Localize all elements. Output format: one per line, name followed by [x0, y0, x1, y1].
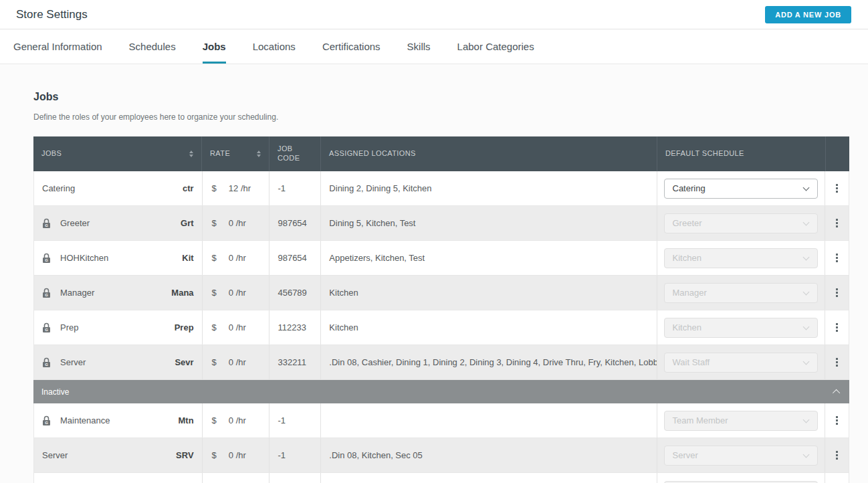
column-header-job-code: JOB CODE: [269, 136, 321, 171]
job-abbr: Mana: [171, 288, 193, 298]
chevron-down-icon: [803, 288, 810, 295]
assigned-locations: Dining 2, Dining 5, Kitchen: [321, 171, 657, 205]
column-header-jobs[interactable]: JOBS: [33, 136, 202, 171]
job-abbr: Mtn: [178, 415, 193, 425]
chevron-down-icon: [803, 358, 810, 365]
job-abbr: Prep: [175, 322, 194, 332]
table-row-partial: [33, 473, 849, 483]
default-schedule-dropdown: Manager: [664, 283, 819, 303]
lock-icon: G: [42, 288, 51, 298]
rate-value: 0 /hr: [229, 288, 246, 298]
job-code: -1: [269, 403, 321, 438]
job-name: Prep: [60, 322, 78, 332]
rate-currency: $: [211, 183, 217, 193]
default-schedule-dropdown: Kitchen: [664, 318, 819, 338]
row-menu-kebab-icon[interactable]: [833, 448, 841, 462]
tab-labor-categories[interactable]: Labor Categories: [457, 29, 534, 64]
tab-certifications[interactable]: Certifications: [322, 29, 381, 64]
table-row: G Greeter Grt $0 /hr 987654 Dining 5, Ki…: [33, 206, 849, 241]
table-row: G HOHKitchen Kit $0 /hr 987654 Appetizer…: [33, 241, 849, 276]
jobs-section-title: Jobs: [33, 91, 868, 103]
job-name: Greeter: [60, 218, 90, 228]
column-header-jobs-label: JOBS: [41, 149, 62, 159]
assigned-locations: Dining 5, Kitchen, Test: [321, 206, 657, 240]
column-header-job-code-label: JOB CODE: [278, 144, 306, 163]
rate-currency: $: [211, 322, 217, 332]
inactive-section-label: Inactive: [41, 387, 69, 397]
assigned-locations: .Din 08, Cashier, Dining 1, Dining 2, Di…: [321, 345, 657, 379]
default-schedule-value: Manager: [673, 288, 707, 298]
table-header-row: JOBS RATE JOB CODE ASSIGNED LOCATIONS DE…: [33, 136, 849, 171]
job-abbr: ctr: [183, 183, 194, 193]
rate-value: 0 /hr: [229, 415, 246, 425]
chevron-down-icon: [803, 451, 810, 458]
job-code: 456789: [269, 276, 321, 310]
rate-value: 0 /hr: [229, 450, 246, 460]
rate-value: 0 /hr: [229, 322, 246, 332]
jobs-table: JOBS RATE JOB CODE ASSIGNED LOCATIONS DE…: [33, 136, 849, 483]
column-header-assigned-locations-label: ASSIGNED LOCATIONS: [329, 149, 416, 159]
sort-icon: [257, 151, 261, 157]
table-row: G Manager Mana $0 /hr 456789 Kitchen Man…: [33, 276, 849, 310]
tab-general-information[interactable]: General Information: [13, 29, 102, 64]
svg-text:G: G: [45, 293, 48, 297]
job-code: 987654: [269, 241, 321, 275]
row-menu-kebab-icon[interactable]: [833, 251, 841, 265]
collapse-chevron-up-icon[interactable]: [833, 389, 840, 396]
column-header-rate[interactable]: RATE: [202, 136, 269, 171]
chevron-down-icon: [803, 219, 810, 225]
default-schedule-dropdown: Greeter: [664, 213, 819, 233]
default-schedule-dropdown: Team Member: [664, 411, 819, 431]
table-row: G Prep Prep $0 /hr 112233 Kitchen Kitche…: [33, 310, 849, 345]
default-schedule-value: Catering: [673, 183, 706, 193]
job-name: Server: [60, 357, 86, 367]
svg-text:G: G: [45, 258, 48, 262]
inactive-section-bar: Inactive: [33, 380, 849, 403]
job-code: -1: [269, 438, 321, 472]
row-menu-kebab-icon[interactable]: [833, 413, 841, 427]
default-schedule-dropdown: Server: [664, 446, 819, 466]
job-name: Server: [42, 450, 68, 460]
assigned-locations: [321, 403, 657, 438]
default-schedule-value: Server: [673, 450, 698, 460]
row-menu-kebab-icon[interactable]: [833, 216, 841, 230]
default-schedule-value: Wait Staff: [673, 357, 710, 367]
chevron-down-icon: [803, 184, 810, 191]
row-menu-kebab-icon[interactable]: [833, 355, 841, 369]
svg-text:G: G: [45, 363, 48, 367]
tab-locations[interactable]: Locations: [253, 29, 296, 64]
default-schedule-dropdown[interactable]: Catering: [664, 179, 819, 199]
lock-icon: G: [42, 322, 51, 333]
column-header-default-schedule-label: DEFAULT SCHEDULE: [665, 149, 744, 159]
table-row: Catering ctr $12 /hr -1 Dining 2, Dining…: [33, 171, 849, 206]
default-schedule-value: Greeter: [673, 218, 702, 228]
default-schedule-dropdown: Kitchen: [664, 248, 819, 268]
page-title: Store Settings: [16, 8, 88, 21]
row-menu-kebab-icon[interactable]: [833, 286, 841, 300]
jobs-section-header: Jobs Define the roles of your employees …: [0, 64, 868, 122]
row-menu-kebab-icon[interactable]: [833, 320, 841, 334]
tab-jobs[interactable]: Jobs: [203, 29, 226, 64]
tab-schedules[interactable]: Schedules: [129, 29, 176, 64]
table-row: G Server Sevr $0 /hr 332211 .Din 08, Cas…: [33, 345, 849, 380]
job-code: 332211: [269, 345, 321, 379]
lock-icon: G: [42, 253, 51, 264]
job-abbr: SRV: [176, 450, 194, 460]
table-row: G Maintenance Mtn $0 /hr -1 Team Member: [33, 403, 849, 438]
job-code: -1: [269, 171, 321, 205]
default-schedule-dropdown: Wait Staff: [664, 353, 819, 373]
lock-icon: G: [42, 415, 51, 426]
assigned-locations: Kitchen: [321, 310, 657, 345]
tab-skills[interactable]: Skills: [407, 29, 431, 64]
rate-currency: $: [211, 218, 217, 228]
chevron-down-icon: [803, 254, 810, 260]
assigned-locations: .Din 08, Kitchen, Sec 05: [321, 438, 657, 472]
job-abbr: Grt: [181, 218, 194, 228]
rate-currency: $: [211, 253, 217, 263]
default-schedule-value: Kitchen: [673, 322, 701, 332]
rate-value: 0 /hr: [229, 218, 246, 228]
job-name: Maintenance: [60, 415, 110, 425]
rate-value: 0 /hr: [229, 357, 246, 367]
add-a-new-job-button[interactable]: ADD A NEW JOB: [765, 6, 851, 23]
row-menu-kebab-icon[interactable]: [833, 181, 841, 195]
